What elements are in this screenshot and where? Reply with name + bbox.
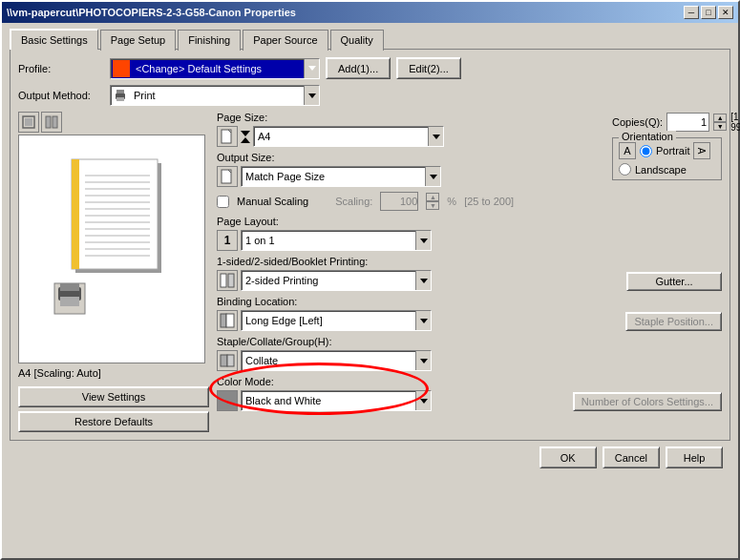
restore-defaults-button[interactable]: Restore Defaults bbox=[18, 411, 209, 432]
page-layout-arrow[interactable] bbox=[415, 231, 431, 250]
page-layout-label: Page Layout: bbox=[217, 216, 722, 227]
svg-marker-30 bbox=[241, 137, 250, 143]
scaling-row: Manual Scaling Scaling: ▲ ▼ % [25 to 200… bbox=[217, 192, 722, 211]
svg-rect-9 bbox=[72, 159, 79, 269]
svg-rect-25 bbox=[60, 283, 79, 291]
profile-combo[interactable]: <Change> Default Settings bbox=[110, 58, 320, 79]
num-colors-button[interactable]: Number of Colors Settings... bbox=[573, 392, 722, 411]
add-button[interactable]: Add(1)... bbox=[326, 57, 391, 79]
tab-bar: Basic Settings Page Setup Finishing Pape… bbox=[10, 29, 730, 50]
preview-icon-2[interactable] bbox=[41, 112, 62, 133]
close-button[interactable]: ✕ bbox=[718, 6, 733, 19]
edit-button[interactable]: Edit(2)... bbox=[396, 57, 461, 79]
color-mode-icon bbox=[217, 390, 238, 411]
page-size-combo[interactable]: A4 bbox=[253, 126, 444, 147]
staple-position-button[interactable]: Staple Position... bbox=[625, 312, 722, 331]
cancel-button[interactable]: Cancel bbox=[603, 446, 660, 468]
output-size-combo[interactable]: Match Page Size bbox=[241, 166, 441, 187]
color-mode-label: Color Mode: bbox=[217, 376, 565, 387]
left-panel: A4 [Scaling: Auto] View Settings Restore… bbox=[18, 112, 209, 432]
help-button[interactable]: Help bbox=[666, 446, 723, 468]
profile-row: Profile: <Change> Default Settings Add(1… bbox=[18, 57, 722, 79]
sided-arrow[interactable] bbox=[415, 271, 431, 290]
output-combo-arrow[interactable] bbox=[304, 86, 319, 105]
gutter-button[interactable]: Gutter... bbox=[626, 272, 722, 291]
preview-icon-1[interactable] bbox=[18, 112, 39, 133]
staple-row: Staple/Collate/Group(H): Collate bbox=[217, 336, 722, 371]
staple-combo[interactable]: Collate bbox=[241, 350, 432, 371]
tab-panel: Profile: <Change> Default Settings Add(1… bbox=[10, 49, 730, 441]
output-combo[interactable]: Print bbox=[110, 85, 320, 106]
svg-rect-38 bbox=[227, 355, 234, 366]
page-size-arrow[interactable] bbox=[428, 127, 443, 146]
sided-combo[interactable]: 2-sided Printing bbox=[241, 270, 432, 291]
svg-rect-5 bbox=[46, 116, 51, 128]
tab-page-setup[interactable]: Page Setup bbox=[100, 30, 177, 51]
page-size-label: Page Size: bbox=[217, 112, 604, 123]
color-mode-row: Color Mode: Black and White bbox=[217, 376, 722, 411]
profile-combo-arrow[interactable] bbox=[304, 59, 319, 78]
copies-down-btn[interactable]: ▼ bbox=[713, 122, 727, 131]
svg-rect-26 bbox=[60, 297, 79, 306]
color-mode-value: Black and White bbox=[242, 395, 415, 406]
page-layout-combo[interactable]: 1 on 1 bbox=[241, 230, 432, 251]
page-layout-section: Page Layout: 1 1 on 1 bbox=[217, 216, 722, 251]
output-value: Print bbox=[130, 90, 304, 101]
svg-rect-6 bbox=[53, 116, 57, 128]
copies-range: [1 to 9999] bbox=[730, 112, 740, 133]
ok-button[interactable]: OK bbox=[539, 446, 597, 468]
tab-basic-settings[interactable]: Basic Settings bbox=[10, 29, 98, 50]
tab-paper-source[interactable]: Paper Source bbox=[243, 30, 328, 51]
binding-value: Long Edge [Left] bbox=[242, 315, 415, 326]
page-size-icon bbox=[217, 126, 238, 147]
output-size-arrow[interactable] bbox=[425, 167, 440, 186]
output-size-icon bbox=[217, 166, 238, 187]
page-size-value: A4 bbox=[254, 131, 428, 142]
svg-rect-37 bbox=[221, 355, 227, 366]
window-title: \\vm-papercut\PHOTOCOPIERS-2-3-G58-Canon… bbox=[7, 7, 296, 18]
copies-up-btn[interactable]: ▲ bbox=[713, 114, 727, 122]
printer-icon bbox=[114, 89, 127, 102]
output-size-label: Output Size: bbox=[217, 152, 604, 163]
manual-scaling-checkbox[interactable] bbox=[217, 196, 229, 208]
copies-label: Copies(Q): bbox=[612, 116, 663, 128]
view-settings-button[interactable]: View Settings bbox=[18, 386, 209, 407]
svg-rect-36 bbox=[226, 314, 234, 327]
scaling-label: Scaling: bbox=[335, 196, 372, 207]
left-buttons: View Settings Restore Defaults bbox=[18, 386, 209, 432]
svg-rect-1 bbox=[116, 90, 124, 93]
profile-label: Profile: bbox=[18, 63, 104, 74]
landscape-radio[interactable] bbox=[619, 163, 631, 176]
scaling-unit: % bbox=[447, 196, 456, 207]
portrait-icon: A bbox=[619, 142, 636, 159]
tab-finishing[interactable]: Finishing bbox=[178, 30, 241, 51]
left-combos: Page Size: bbox=[217, 112, 604, 192]
color-mode-arrow[interactable] bbox=[415, 391, 431, 410]
output-label: Output Method: bbox=[18, 90, 104, 101]
preview-info: A4 [Scaling: Auto] bbox=[18, 367, 209, 379]
profile-value: <Change> Default Settings bbox=[132, 63, 304, 74]
maximize-button[interactable]: □ bbox=[701, 6, 716, 19]
right-panel: Page Size: bbox=[217, 112, 722, 432]
binding-arrow[interactable] bbox=[415, 311, 431, 330]
scaling-spinner: ▲ ▼ bbox=[426, 193, 439, 210]
binding-combo[interactable]: Long Edge [Left] bbox=[241, 310, 432, 331]
page-size-copies-row: Page Size: bbox=[217, 112, 722, 192]
svg-marker-29 bbox=[241, 131, 250, 136]
color-mode-combo[interactable]: Black and White bbox=[241, 390, 432, 411]
landscape-icon: A bbox=[693, 142, 710, 159]
main-window: \\vm-papercut\PHOTOCOPIERS-2-3-G58-Canon… bbox=[0, 0, 740, 560]
portrait-radio[interactable] bbox=[640, 145, 652, 157]
title-bar-buttons: ─ □ ✕ bbox=[684, 6, 733, 19]
copies-input[interactable] bbox=[666, 113, 709, 132]
staple-arrow[interactable] bbox=[415, 351, 431, 370]
scaling-down-btn: ▼ bbox=[426, 201, 439, 210]
svg-rect-35 bbox=[221, 314, 226, 327]
staple-collate-label: Staple/Collate/Group(H): bbox=[217, 336, 722, 347]
minimize-button[interactable]: ─ bbox=[684, 6, 699, 19]
preview-area bbox=[18, 135, 205, 363]
tab-quality[interactable]: Quality bbox=[330, 30, 384, 51]
preview-info-text: A4 [Scaling: Auto] bbox=[18, 367, 101, 379]
main-layout: A4 [Scaling: Auto] View Settings Restore… bbox=[18, 112, 722, 432]
sided-value: 2-sided Printing bbox=[242, 275, 415, 286]
